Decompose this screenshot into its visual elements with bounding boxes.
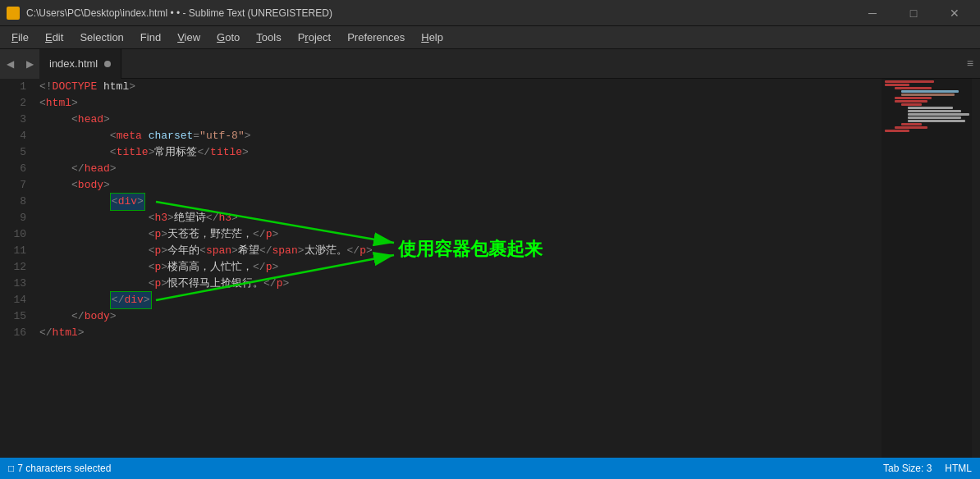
line-num-16: 16 — [0, 325, 26, 341]
code-line-3: <head> — [39, 112, 875, 128]
window-title: C:\Users\PC\Desktop\index.html • • - Sub… — [26, 7, 854, 19]
menu-project[interactable]: Project — [290, 30, 339, 45]
code-line-10: <p>天苍苍，野茫茫，</p> — [39, 226, 875, 243]
menu-preferences[interactable]: Preferences — [339, 30, 413, 45]
menu-find[interactable]: Find — [132, 30, 169, 45]
status-left: □ 7 characters selected — [8, 463, 111, 474]
code-line-2: <html> — [39, 95, 875, 112]
maximize-button[interactable]: □ — [895, 0, 932, 26]
minimap — [882, 79, 972, 458]
code-line-5: <title>常用标签</title> — [39, 144, 875, 161]
code-line-14: </div> — [39, 292, 875, 308]
tab-filename: index.html — [49, 57, 98, 70]
line-num-6: 6 — [0, 161, 26, 177]
status-encoding[interactable]: HTML — [945, 463, 972, 474]
status-icon: □ — [8, 463, 14, 474]
line-num-11: 11 — [0, 243, 26, 259]
code-line-9: <h3>绝望诗</h3> — [39, 210, 875, 226]
code-area[interactable]: <!DOCTYPE html> <html> <head> <meta char… — [33, 79, 882, 458]
code-line-6: </head> — [39, 161, 875, 177]
code-line-11: <p>今年的<span>希望</span>太渺茫。</p> — [39, 243, 875, 259]
minimap-content — [882, 79, 972, 135]
line-num-13: 13 — [0, 276, 26, 292]
line-num-14: 14 — [0, 292, 26, 308]
status-right: Tab Size: 3 HTML — [883, 463, 972, 474]
tab-dirty-indicator — [104, 61, 111, 67]
line-num-7: 7 — [0, 177, 26, 194]
status-selection: 7 characters selected — [17, 463, 111, 474]
tab-scroll-prev[interactable]: ◀ — [0, 49, 20, 79]
code-line-7: <body> — [39, 177, 875, 194]
menu-edit[interactable]: Edit — [37, 30, 71, 45]
line-num-10: 10 — [0, 226, 26, 243]
minimap-toggle-icon[interactable]: ≡ — [960, 49, 980, 79]
tab-bar: ◀ ▶ index.html ≡ — [0, 49, 980, 79]
active-tab[interactable]: index.html — [39, 49, 121, 79]
menu-file[interactable]: File — [3, 30, 37, 45]
code-line-4: <meta charset="utf-8"> — [39, 128, 875, 144]
tab-scroll-next[interactable]: ▶ — [20, 49, 39, 79]
title-bar: C:\Users\PC\Desktop\index.html • • - Sub… — [0, 0, 980, 26]
line-num-15: 15 — [0, 308, 26, 325]
line-num-4: 4 — [0, 128, 26, 144]
line-num-12: 12 — [0, 259, 26, 276]
code-line-15: </body> — [39, 308, 875, 325]
code-line-12: <p>楼高高，人忙忙，</p> — [39, 259, 875, 276]
line-num-3: 3 — [0, 112, 26, 128]
line-numbers: 1 2 3 4 5 6 7 8 9 10 11 12 13 14 15 16 — [0, 79, 33, 458]
menu-help[interactable]: Help — [413, 30, 451, 45]
menu-view[interactable]: View — [169, 30, 208, 45]
status-bar: □ 7 characters selected Tab Size: 3 HTML — [0, 458, 980, 479]
line-num-8: 8 — [0, 194, 26, 210]
line-num-2: 2 — [0, 95, 26, 112]
editor-area: 1 2 3 4 5 6 7 8 9 10 11 12 13 14 15 16 <… — [0, 79, 980, 458]
vertical-scrollbar[interactable] — [972, 79, 980, 458]
close-button[interactable]: ✕ — [936, 0, 973, 26]
line-num-9: 9 — [0, 210, 26, 226]
menu-bar: File Edit Selection Find View Goto Tools… — [0, 26, 980, 49]
minimize-button[interactable]: ─ — [854, 0, 891, 26]
line-num-1: 1 — [0, 79, 26, 95]
menu-selection[interactable]: Selection — [71, 30, 131, 45]
line-num-5: 5 — [0, 144, 26, 161]
menu-goto[interactable]: Goto — [208, 30, 248, 45]
code-line-16: </html> — [39, 325, 875, 341]
menu-tools[interactable]: Tools — [248, 30, 289, 45]
status-tab-size[interactable]: Tab Size: 3 — [883, 463, 932, 474]
app-icon — [7, 7, 20, 20]
code-line-1: <!DOCTYPE html> — [39, 79, 875, 95]
code-line-8: <div> — [39, 194, 875, 210]
code-line-13: <p>恨不得马上抢银行。</p> — [39, 276, 875, 292]
window-controls: ─ □ ✕ — [854, 0, 973, 26]
